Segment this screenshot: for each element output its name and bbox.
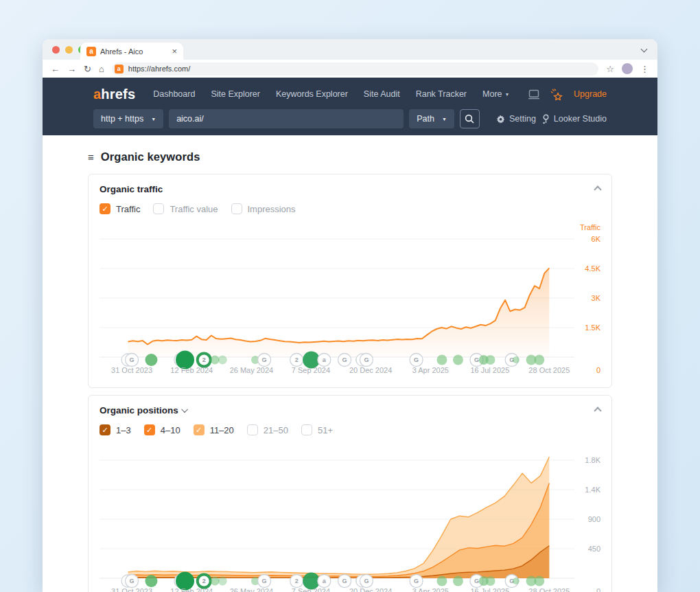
position-change-dot[interactable] — [453, 355, 463, 365]
tab-title: Ahrefs - Aico — [100, 47, 167, 56]
profile-avatar[interactable] — [622, 63, 633, 74]
google-update-marker-G[interactable]: G — [356, 354, 373, 367]
minimize-window-button[interactable] — [65, 46, 73, 54]
back-button[interactable]: ← — [51, 65, 60, 73]
checked-checkbox[interactable]: ✓ — [194, 424, 205, 435]
position-change-dot[interactable] — [513, 356, 520, 363]
position-change-dot[interactable] — [436, 355, 447, 365]
google-update-marker-G[interactable]: G — [410, 575, 423, 588]
upgrade-link[interactable]: Upgrade — [574, 89, 607, 99]
google-update-marker-G[interactable]: G — [356, 575, 373, 588]
nav-item-site-audit[interactable]: Site Audit — [364, 89, 400, 99]
home-button[interactable]: ⌂ — [99, 65, 104, 73]
position-change-dot[interactable] — [534, 355, 544, 365]
collapse-chevron-icon[interactable] — [594, 407, 601, 414]
svg-text:2: 2 — [295, 356, 299, 363]
y-tick-label: 1.5K — [585, 323, 600, 332]
checkbox-11-20[interactable]: ✓11–20 — [194, 424, 234, 435]
forward-button[interactable]: → — [67, 65, 76, 73]
tab-close-icon[interactable]: × — [172, 46, 177, 56]
y-tick-label: 0 — [596, 366, 600, 374]
menu-icon[interactable]: ≡ — [88, 151, 94, 163]
y-tick-label: 4.5K — [585, 264, 600, 273]
checked-checkbox[interactable]: ✓ — [100, 424, 110, 435]
checkbox-label: 11–20 — [210, 425, 234, 435]
position-change-dot[interactable] — [145, 575, 157, 587]
google-update-marker-G[interactable]: G — [121, 354, 139, 367]
checkbox-traffic-value[interactable]: Traffic value — [153, 203, 218, 214]
browser-menu-icon[interactable]: ⋮ — [640, 65, 649, 73]
google-update-marker-G[interactable]: G — [121, 575, 139, 588]
x-tick-label: 26 May 2024 — [230, 587, 274, 592]
address-bar[interactable]: a https://ahrefs.com/ — [112, 62, 599, 76]
checked-checkbox[interactable]: ✓ — [144, 424, 155, 435]
organic-positions-title[interactable]: Organic positions — [100, 405, 188, 415]
position-change-dot[interactable] — [513, 578, 520, 584]
collapse-chevron-icon[interactable] — [594, 185, 601, 193]
reload-button[interactable]: ↻ — [84, 65, 91, 73]
svg-text:G: G — [130, 578, 135, 584]
settings-button[interactable]: Setting — [496, 114, 536, 124]
position-change-dot[interactable] — [211, 356, 220, 365]
google-update-marker-2[interactable]: 2 — [290, 354, 303, 367]
position-change-dot[interactable] — [453, 576, 463, 587]
mode-select[interactable]: Path▼ — [409, 109, 454, 128]
nav-item-keywords-explorer[interactable]: Keywords Explorer — [276, 89, 348, 99]
position-change-dot[interactable] — [486, 576, 495, 586]
checkbox-21-50[interactable]: 21–50 — [247, 424, 288, 435]
google-update-marker-2[interactable]: 2 — [290, 575, 303, 588]
bookmark-star-icon[interactable]: ☆ — [606, 65, 614, 73]
unchecked-checkbox[interactable] — [231, 203, 242, 214]
x-tick-label: 31 Oct 2023 — [111, 587, 152, 592]
browser-tab[interactable]: a Ahrefs - Aico × — [80, 43, 183, 60]
main-nav: DashboardSite ExplorerKeywords ExplorerS… — [153, 89, 528, 99]
browser-window: a Ahrefs - Aico × ← → ↻ ⌂ a https://ahre… — [43, 39, 657, 592]
svg-text:G: G — [342, 578, 347, 584]
search-button[interactable] — [460, 109, 480, 128]
tab-list-chevron-icon[interactable] — [641, 46, 648, 53]
site-favicon: a — [115, 65, 124, 73]
nav-item-dashboard[interactable]: Dashboard — [153, 89, 195, 99]
unchecked-checkbox[interactable] — [153, 203, 164, 214]
position-change-dot[interactable] — [218, 577, 227, 586]
google-update-marker-G[interactable]: G — [258, 575, 271, 588]
google-update-marker-G[interactable]: G — [410, 354, 423, 367]
nav-item-more[interactable]: More▼ — [482, 89, 509, 99]
checkbox-traffic[interactable]: ✓Traffic — [100, 203, 140, 214]
nav-item-rank-tracker[interactable]: Rank Tracker — [416, 89, 467, 99]
position-change-dot[interactable] — [486, 355, 495, 365]
checkbox-impressions[interactable]: Impressions — [231, 203, 296, 214]
position-change-dot[interactable] — [436, 576, 447, 587]
position-change-dot[interactable] — [145, 354, 157, 366]
looker-studio-button[interactable]: Looker Studio — [541, 114, 607, 124]
checkbox-1-3[interactable]: ✓1–3 — [100, 424, 131, 435]
google-update-marker-G[interactable]: G — [338, 575, 351, 588]
protocol-select[interactable]: http + https▼ — [93, 109, 163, 128]
target-url-input[interactable] — [169, 109, 404, 128]
close-window-button[interactable] — [52, 46, 60, 54]
position-change-dot[interactable] — [211, 577, 220, 586]
checkbox-label: 21–50 — [264, 425, 288, 435]
google-update-marker-G[interactable]: G — [338, 354, 351, 367]
y-tick-label: 0 — [596, 587, 600, 592]
unchecked-checkbox[interactable] — [301, 424, 312, 435]
unchecked-checkbox[interactable] — [247, 424, 258, 435]
checked-checkbox[interactable]: ✓ — [100, 203, 110, 214]
svg-text:2: 2 — [202, 578, 206, 584]
nav-item-site-explorer[interactable]: Site Explorer — [211, 89, 260, 99]
checkbox-4-10[interactable]: ✓4–10 — [144, 424, 180, 435]
svg-text:G: G — [364, 356, 369, 363]
svg-text:G: G — [474, 578, 479, 584]
google-update-marker-G[interactable]: G — [258, 354, 271, 367]
y-tick-label: 450 — [588, 545, 600, 553]
google-update-marker-a[interactable]: a — [318, 575, 331, 588]
position-change-dot[interactable] — [218, 356, 227, 365]
x-tick-label: 7 Sep 2024 — [292, 587, 330, 592]
google-update-marker-a[interactable]: a — [318, 354, 331, 367]
display-mode-icon[interactable] — [528, 89, 540, 100]
checkbox-label: Traffic — [116, 204, 140, 214]
ahrefs-navbar: ahrefs DashboardSite ExplorerKeywords Ex… — [43, 78, 657, 135]
checkbox-51-[interactable]: 51+ — [301, 424, 333, 435]
ahrefs-logo[interactable]: ahrefs — [93, 87, 135, 102]
position-change-dot[interactable] — [534, 576, 544, 587]
